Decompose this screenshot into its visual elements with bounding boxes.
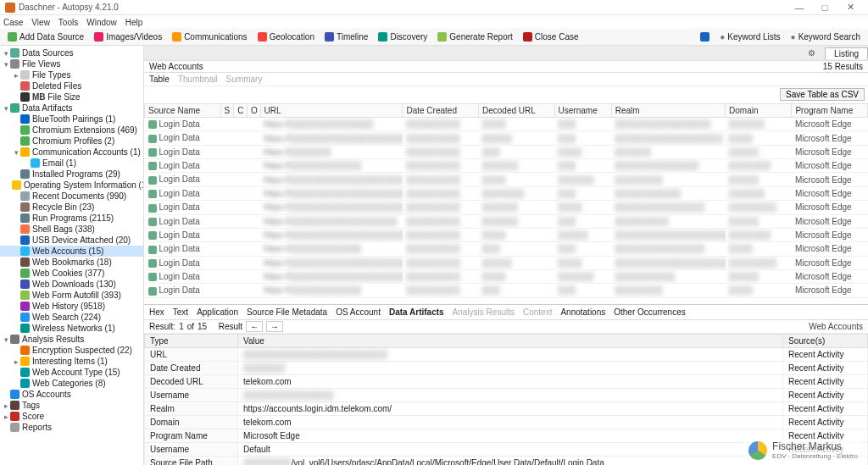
- minimize-button[interactable]: —: [787, 3, 812, 13]
- tree-email-1[interactable]: Email (1): [0, 158, 143, 169]
- communications-button[interactable]: Communications: [168, 31, 251, 42]
- col-username[interactable]: Username: [554, 104, 611, 118]
- table-row[interactable]: Login Datahttps://▒▒▒▒▒▒▒▒▒▒▒▒▒▒▒▒▒▒▒▒▒▒…: [145, 256, 868, 269]
- tree-installed-programs-29[interactable]: Installed Programs (29): [0, 169, 143, 180]
- detail-tab-source-file-metadata[interactable]: Source File Metadata: [247, 307, 327, 317]
- add-data-source-button[interactable]: Add Data Source: [3, 31, 88, 42]
- menu-window[interactable]: Window: [86, 18, 117, 27]
- tree-web-downloads-130[interactable]: Web Downloads (130): [0, 279, 143, 290]
- images-videos-button[interactable]: Images/Videos: [90, 31, 166, 42]
- tree-web-search-224[interactable]: Web Search (224): [0, 312, 143, 323]
- col-realm[interactable]: Realm: [611, 104, 725, 118]
- keyword-search-button[interactable]: ● Keyword Search: [787, 31, 865, 42]
- tree-recent-documents-990[interactable]: Recent Documents (990): [0, 191, 143, 202]
- col-s[interactable]: S: [220, 104, 234, 118]
- twist-icon[interactable]: ▾: [12, 148, 20, 157]
- tree-encryption-suspected-22[interactable]: Encryption Suspected (22): [0, 345, 143, 356]
- close-case-button[interactable]: Close Case: [519, 31, 583, 42]
- menu-case[interactable]: Case: [3, 18, 23, 27]
- col-domain[interactable]: Domain: [726, 104, 792, 118]
- twist-icon[interactable]: ▾: [2, 104, 10, 113]
- tree-web-account-type-15[interactable]: Web Account Type (15): [0, 367, 143, 378]
- table-row[interactable]: Login Datahttps://▒▒▒▒▒▒▒▒▒▒▒▒▒▒▒▒▒▒▒▒▒▒…: [145, 118, 868, 131]
- col-o[interactable]: O: [247, 104, 260, 118]
- table-row[interactable]: Login Datahttps://▒▒▒▒▒▒▒▒▒▒▒▒▒▒▒▒▒▒▒▒▒▒…: [145, 159, 868, 173]
- tree-chromium-profiles-2[interactable]: Chromium Profiles (2): [0, 136, 143, 147]
- menu-tools[interactable]: Tools: [58, 18, 78, 27]
- tree-operating-system-information-1[interactable]: Operating System Information (1): [0, 180, 143, 191]
- timeline-button[interactable]: Timeline: [320, 31, 372, 42]
- tree-file-types[interactable]: ▸File Types: [0, 69, 143, 80]
- col-c[interactable]: C: [234, 104, 248, 118]
- tree-tags[interactable]: ▸Tags: [0, 400, 143, 411]
- tree-run-programs-2115[interactable]: Run Programs (2115): [0, 213, 143, 224]
- tree-chromium-extensions-469[interactable]: Chromium Extensions (469): [0, 125, 143, 136]
- detail-tab-text[interactable]: Text: [173, 307, 188, 317]
- tree-wireless-networks-1[interactable]: Wireless Networks (1): [0, 323, 143, 334]
- tree-web-bookmarks-18[interactable]: Web Bookmarks (18): [0, 257, 143, 268]
- table-row[interactable]: Login Datahttps://▒▒▒▒▒▒▒▒▒▒▒▒▒▒▒▒▒▒▒▒▒▒…: [145, 173, 868, 186]
- table-row[interactable]: Login Datahttps://▒▒▒▒▒▒▒▒▒▒▒▒▒▒▒▒▒▒▒▒▒▒…: [145, 145, 868, 158]
- twist-icon[interactable]: ▾: [2, 335, 10, 344]
- next-result-button[interactable]: →: [266, 321, 283, 332]
- col-program-name[interactable]: Program Name: [792, 104, 868, 118]
- listing-tab[interactable]: Listing: [825, 47, 868, 59]
- table-row[interactable]: Login Datahttps://▒▒▒▒▒▒▒▒▒▒▒▒▒▒▒▒▒▒▒▒▒▒…: [145, 284, 868, 297]
- col-source-name[interactable]: Source Name: [145, 104, 221, 118]
- tree-analysis-results[interactable]: ▾Analysis Results: [0, 334, 143, 345]
- tree-file-views[interactable]: ▾File Views: [0, 58, 143, 69]
- save-csv-button[interactable]: Save Table as CSV: [780, 88, 865, 101]
- tab-summary[interactable]: Summary: [226, 75, 263, 84]
- tree-usb-device-attached-20[interactable]: USB Device Attached (20): [0, 235, 143, 246]
- tree-web-history-9518[interactable]: Web History (9518): [0, 301, 143, 312]
- table-row[interactable]: Login Datahttps://▒▒▒▒▒▒▒▒▒▒▒▒▒▒▒▒▒▒▒▒▒▒…: [145, 228, 868, 241]
- tree-web-cookies-377[interactable]: Web Cookies (377): [0, 268, 143, 279]
- geolocation-button[interactable]: Geolocation: [253, 31, 319, 42]
- maximize-button[interactable]: □: [812, 3, 837, 13]
- detail-tab-analysis-results[interactable]: Analysis Results: [453, 307, 515, 317]
- tree-score[interactable]: ▸Score: [0, 411, 143, 422]
- table-row[interactable]: Login Datahttps://▒▒▒▒▒▒▒▒▒▒▒▒▒▒▒▒▒▒▒▒▒▒…: [145, 269, 868, 283]
- twist-icon[interactable]: ▸: [12, 357, 20, 366]
- tree-shell-bags-338[interactable]: Shell Bags (338): [0, 224, 143, 235]
- detail-tab-application[interactable]: Application: [197, 307, 238, 317]
- table-row[interactable]: Login Datahttps://▒▒▒▒▒▒▒▒▒▒▒▒▒▒▒▒▒▒▒▒▒▒…: [145, 201, 868, 214]
- twist-icon[interactable]: ▸: [2, 401, 10, 410]
- tree-web-categories-8[interactable]: Web Categories (8): [0, 378, 143, 389]
- generate-report-button[interactable]: Generate Report: [433, 31, 517, 42]
- tree-communication-accounts-1[interactable]: ▾Communication Accounts (1): [0, 147, 143, 158]
- col-url[interactable]: URL: [260, 104, 403, 118]
- tree-recycle-bin-23[interactable]: Recycle Bin (23): [0, 202, 143, 213]
- table-row[interactable]: Login Datahttps://▒▒▒▒▒▒▒▒▒▒▒▒▒▒▒▒▒▒▒▒▒▒…: [145, 186, 868, 200]
- table-row[interactable]: Login Datahttps://▒▒▒▒▒▒▒▒▒▒▒▒▒▒▒▒▒▒▒▒▒▒…: [145, 214, 868, 228]
- detail-tab-os-account[interactable]: OS Account: [336, 307, 381, 317]
- detail-tab-annotations[interactable]: Annotations: [560, 307, 605, 317]
- close-button[interactable]: ✕: [837, 2, 863, 13]
- table-row[interactable]: Login Datahttps://▒▒▒▒▒▒▒▒▒▒▒▒▒▒▒▒▒▒▒▒▒▒…: [145, 131, 868, 145]
- prev-result-button[interactable]: ←: [246, 321, 263, 332]
- menu-view[interactable]: View: [31, 18, 50, 27]
- tree-data-artifacts[interactable]: ▾Data Artifacts: [0, 102, 143, 113]
- detail-tab-context[interactable]: Context: [523, 307, 552, 317]
- tab-table[interactable]: Table: [149, 75, 170, 84]
- detail-tab-other-occurrences[interactable]: Other Occurrences: [614, 307, 685, 317]
- col-date-created[interactable]: Date Created: [403, 104, 479, 118]
- tree-file-size[interactable]: MB File Size: [0, 91, 143, 102]
- tree-reports[interactable]: Reports: [0, 422, 143, 433]
- table-row[interactable]: Login Datahttps://▒▒▒▒▒▒▒▒▒▒▒▒▒▒▒▒▒▒▒▒▒▒…: [145, 242, 868, 256]
- tree-data-sources[interactable]: ▾Data Sources: [0, 47, 143, 58]
- tree-web-form-autofill-393[interactable]: Web Form Autofill (393): [0, 290, 143, 301]
- twist-icon[interactable]: ▸: [12, 71, 20, 80]
- tab-thumbnail[interactable]: Thumbnail: [178, 75, 218, 84]
- detail-tab-hex[interactable]: Hex: [149, 307, 164, 317]
- keyword-lists-button[interactable]: ● Keyword Lists: [715, 31, 784, 42]
- tree-web-accounts-15[interactable]: Web Accounts (15): [0, 246, 143, 257]
- mail-button[interactable]: [696, 31, 714, 42]
- twist-icon[interactable]: ▾: [2, 49, 10, 58]
- tree-os-accounts[interactable]: OS Accounts: [0, 389, 143, 400]
- discovery-button[interactable]: Discovery: [374, 31, 431, 42]
- detail-tab-data-artifacts[interactable]: Data Artifacts: [389, 307, 444, 317]
- gear-icon[interactable]: ⚙: [804, 48, 818, 58]
- tree-interesting-items-1[interactable]: ▸Interesting Items (1): [0, 356, 143, 367]
- twist-icon[interactable]: ▾: [2, 60, 10, 69]
